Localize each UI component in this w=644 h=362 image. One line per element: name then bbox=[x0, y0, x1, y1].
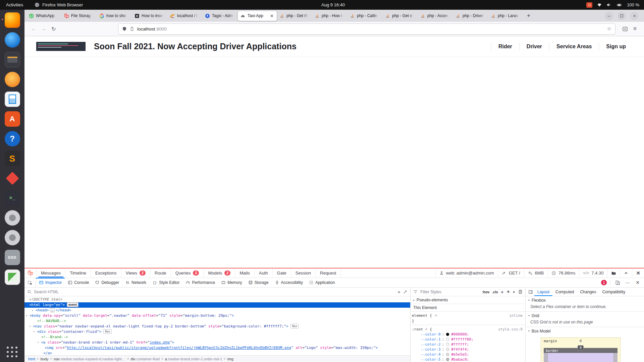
color-swatch-icon[interactable] bbox=[446, 358, 449, 361]
devtools-close-button[interactable]: ✕ bbox=[633, 279, 642, 287]
devtools-tab-application[interactable]: Application bbox=[306, 278, 338, 287]
page-info-icon[interactable] bbox=[130, 26, 134, 31]
system-tray[interactable]: 100 % bbox=[586, 2, 644, 8]
dock-item-ubuntu-software[interactable]: A bbox=[5, 111, 20, 127]
color-swatch-icon[interactable] bbox=[446, 348, 449, 351]
dock-item-sublime-text[interactable]: S bbox=[5, 151, 20, 166]
dock-item-help[interactable]: ? bbox=[5, 131, 20, 146]
dock-item-notes[interactable] bbox=[5, 269, 20, 285]
css-property-color-1[interactable]: --color-1:#ffffff00; bbox=[412, 337, 525, 342]
focused-app-name[interactable]: Firefox Web Browser bbox=[35, 2, 83, 7]
debugbar-tab-views[interactable]: Views2 bbox=[121, 268, 151, 278]
devtools-tab-performance[interactable]: Performance bbox=[182, 278, 218, 287]
dock-item-utility-2[interactable] bbox=[5, 230, 20, 245]
twisty-icon[interactable]: ▾ bbox=[26, 313, 30, 318]
twisty-icon[interactable]: ▸ bbox=[32, 308, 36, 313]
window-close-button[interactable]: × bbox=[630, 12, 639, 20]
event-badge[interactable]: event bbox=[67, 302, 78, 307]
sidebar-toggle-icon[interactable] bbox=[527, 288, 534, 296]
markup-line[interactable]: ▾<nav class="navbar navbar-expand-xl nav… bbox=[24, 324, 410, 329]
show-applications-button[interactable] bbox=[7, 347, 18, 358]
pocket-icon[interactable] bbox=[620, 24, 630, 34]
debugbar-tab-route[interactable]: Route bbox=[150, 268, 171, 278]
flex-badge[interactable]: flex bbox=[290, 324, 299, 328]
error-count-badge[interactable]: 1 bbox=[601, 280, 607, 285]
responsive-design-mode-button[interactable] bbox=[613, 279, 622, 287]
tab-close-icon[interactable]: ✕ bbox=[269, 13, 274, 18]
forward-button[interactable]: → bbox=[39, 24, 49, 34]
color-swatch-icon[interactable] bbox=[446, 343, 449, 346]
add-node-plus-icon[interactable]: + bbox=[397, 289, 400, 294]
sidebar-tab-changes[interactable]: Changes bbox=[577, 288, 599, 296]
debugbar-tab-mails[interactable]: Mails bbox=[235, 268, 254, 278]
markup-line[interactable]: <html lang="en">event bbox=[24, 302, 410, 308]
color-swatch-icon[interactable] bbox=[446, 338, 449, 341]
debugbar-expand-button[interactable] bbox=[620, 268, 632, 278]
browser-tab-php-get-e[interactable]: php - Get e bbox=[383, 10, 418, 22]
back-button[interactable]: ← bbox=[29, 24, 39, 34]
new-rule-plus-icon[interactable]: + bbox=[501, 289, 504, 294]
debugbar-tab-auth[interactable]: Auth bbox=[255, 268, 273, 278]
url-bar[interactable]: localhost:8000 ☆ bbox=[118, 24, 615, 34]
markup-line[interactable]: ▸<head>…</head> bbox=[24, 308, 410, 313]
debugbar-auth-status[interactable]: web: admin@admin.com bbox=[435, 268, 498, 278]
devtools-tab-accessibility[interactable]: Accessibility bbox=[272, 278, 306, 287]
browser-tab-php-driver[interactable]: php - Driver bbox=[453, 10, 488, 22]
clock[interactable]: Aug 9 16:40 bbox=[321, 2, 345, 7]
site-link-sign-up[interactable]: Sign up bbox=[599, 42, 633, 51]
browser-tab-whatsapp[interactable]: WhatsApp bbox=[26, 10, 61, 22]
search-html-input[interactable] bbox=[34, 290, 395, 294]
site-link-driver[interactable]: Driver bbox=[519, 42, 549, 51]
sidebar-tab-computed[interactable]: Computed bbox=[552, 288, 577, 296]
devtools-tab-inspector[interactable]: Inspector bbox=[36, 278, 65, 287]
devtools-tab-debugger[interactable]: Debugger bbox=[92, 278, 122, 287]
print-media-icon[interactable] bbox=[518, 290, 523, 294]
minimize-button[interactable]: – bbox=[605, 12, 613, 20]
breadcrumb-item-div[interactable]: div.container-fluid bbox=[130, 357, 161, 361]
devtools-tab-storage[interactable]: Storage bbox=[245, 278, 272, 287]
breadcrumb-item-nav[interactable]: nav.navbar.navbar-expand-xl.navbar-light… bbox=[53, 357, 126, 361]
debugbar-tab-messages[interactable]: Messages bbox=[37, 268, 65, 278]
debugbar-request[interactable]: GET / bbox=[498, 268, 524, 278]
rule-source[interactable]: inline bbox=[509, 313, 525, 318]
breadcrumb-item-html[interactable]: html bbox=[27, 357, 36, 361]
browser-tab-taxi-app[interactable]: Taxi-App✕ bbox=[238, 11, 277, 21]
reload-button[interactable]: ↻ bbox=[49, 24, 59, 34]
pick-element-button[interactable] bbox=[24, 278, 36, 287]
dock-item-thunderbird[interactable] bbox=[5, 32, 20, 48]
box-model-section-header[interactable]: ▾Box Model bbox=[526, 327, 644, 335]
css-property-color-5[interactable]: --color-5:#babac0; bbox=[412, 357, 525, 362]
browser-tab-file-storag[interactable]: File Storag bbox=[62, 10, 97, 22]
dock-item-app-diamond[interactable] bbox=[5, 171, 20, 186]
css-property-color-0[interactable]: --color-0:#000000; bbox=[412, 332, 525, 337]
filter-styles-input[interactable] bbox=[420, 290, 479, 294]
dock-item-ssd-drive[interactable]: SSD bbox=[5, 250, 20, 265]
gear-icon[interactable] bbox=[434, 313, 438, 317]
light-theme-icon[interactable]: ☀ bbox=[506, 290, 510, 294]
devtools-tab-network[interactable]: Network bbox=[122, 278, 149, 287]
meatball-menu-icon[interactable]: ⋯ bbox=[623, 279, 632, 287]
debugbar-open-folder-button[interactable] bbox=[607, 268, 620, 278]
sidebar-tab-layout[interactable]: Layout bbox=[534, 288, 552, 296]
dock-item-firefox[interactable] bbox=[5, 12, 20, 28]
bookmark-star-icon[interactable]: ☆ bbox=[607, 26, 611, 32]
rule-source-link[interactable]: style.css:9 bbox=[498, 327, 525, 331]
breadcrumb-item-body[interactable]: body bbox=[40, 357, 50, 361]
laravel-icon[interactable] bbox=[24, 268, 37, 278]
restore-button[interactable] bbox=[618, 12, 626, 20]
browser-tab-php-how-t[interactable]: php - How t bbox=[312, 10, 347, 22]
pseudo-elements-section[interactable]: ▸ Pseudo-elements bbox=[411, 296, 525, 304]
debugbar-tab-session[interactable]: Session bbox=[291, 268, 316, 278]
root-rule-open[interactable]: :root { style.css:9 bbox=[412, 326, 525, 332]
debugbar-tab-exceptions[interactable]: Exceptions bbox=[91, 268, 121, 278]
attribute-link[interactable]: index.php bbox=[150, 340, 170, 345]
eyedropper-icon[interactable] bbox=[403, 290, 408, 294]
debugbar-time[interactable]: 76.86ms bbox=[547, 268, 579, 278]
color-swatch-icon[interactable] bbox=[446, 353, 449, 356]
debugbar-php-version[interactable]: </>7.4.30 bbox=[579, 268, 607, 278]
markup-line[interactable]: ▾<body data-spy="scroll" data-target=".n… bbox=[24, 313, 410, 318]
debugbar-tab-timeline[interactable]: Timeline bbox=[65, 268, 91, 278]
browser-tab-how-to-sho[interactable]: how to sho bbox=[97, 10, 132, 22]
box-model-margin-value[interactable]: 0 bbox=[580, 339, 582, 343]
dock-item-utility-1[interactable] bbox=[5, 210, 20, 226]
